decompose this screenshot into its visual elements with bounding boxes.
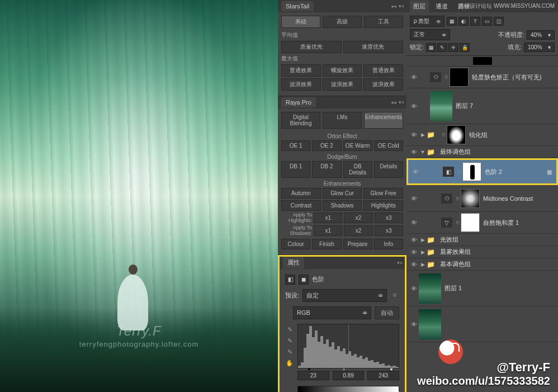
finish-button[interactable]: Finish bbox=[312, 239, 341, 249]
black-input[interactable]: 23 bbox=[297, 371, 329, 380]
sh-x1[interactable]: x1 bbox=[314, 225, 342, 236]
oe1-button[interactable]: OE 1 bbox=[281, 140, 310, 151]
max-btn-4[interactable]: 波浪效果 bbox=[281, 78, 321, 91]
filter-shape-icon[interactable]: ▭ bbox=[482, 17, 492, 26]
layer-basic-color-group[interactable]: 👁 ▶ 📁 基本调色组 bbox=[406, 258, 558, 271]
glowcur-button[interactable]: Glow Cur bbox=[323, 188, 362, 199]
colour-button[interactable]: Colour bbox=[281, 239, 310, 249]
preset-select[interactable]: 自定≑ bbox=[302, 289, 387, 302]
filter-adj-icon[interactable]: ◐ bbox=[458, 17, 469, 26]
db2-button[interactable]: DB 2 bbox=[312, 161, 341, 178]
tab-basic[interactable]: 基础 bbox=[281, 16, 320, 28]
collapse-icon[interactable]: ◂◂ bbox=[391, 3, 396, 9]
speed-first-button[interactable]: 速度优先 bbox=[343, 41, 404, 53]
layer-mist-group[interactable]: 👁 ▶ 📁 晨雾效果组 bbox=[406, 246, 558, 258]
lock-trans-icon[interactable]: ▦ bbox=[426, 43, 436, 52]
visibility-toggle[interactable]: 👁 bbox=[409, 261, 419, 268]
menu-icon[interactable]: ▾≡ bbox=[397, 260, 403, 266]
visibility-toggle[interactable]: 👁 bbox=[409, 249, 419, 256]
gamma-input[interactable]: 0.89 bbox=[333, 371, 365, 380]
menu-icon[interactable]: ▾≡ bbox=[399, 100, 404, 105]
tab-blending[interactable]: Digital Blending bbox=[281, 112, 320, 129]
tab-channels[interactable]: 通道 bbox=[432, 1, 451, 12]
lock-pixels-icon[interactable]: ✎ bbox=[437, 43, 447, 52]
max-btn-1[interactable]: 普通效果 bbox=[281, 64, 321, 77]
gray-eyedropper-icon[interactable]: ✎ bbox=[285, 337, 294, 345]
prepare-button[interactable]: Prepare bbox=[343, 239, 372, 249]
max-btn-6[interactable]: 波浪效果 bbox=[363, 78, 403, 91]
visibility-toggle[interactable]: 👁 bbox=[409, 219, 419, 226]
layer-1[interactable]: 👁 图层 1 bbox=[406, 271, 558, 306]
auto-button[interactable]: 自动 bbox=[375, 306, 399, 319]
oecold-button[interactable]: OE Cold bbox=[374, 140, 403, 151]
layer-sharpen-group[interactable]: 👁 ▶ 📁 ⎘ 锐化组 bbox=[406, 124, 558, 146]
layer-mask[interactable] bbox=[450, 68, 469, 87]
visibility-toggle[interactable]: 👁 bbox=[409, 285, 419, 292]
layer-bottom[interactable]: 👁 bbox=[406, 306, 558, 342]
oewarm-button[interactable]: OE Warm bbox=[343, 140, 372, 151]
layer-vibrance-1[interactable]: 👁 ▽ ⎘ 自然饱和度 1 bbox=[406, 212, 558, 234]
filter-smart-icon[interactable]: ◫ bbox=[494, 17, 504, 26]
opacity-input[interactable]: 40%▾ bbox=[527, 30, 555, 40]
visibility-toggle[interactable]: 👁 bbox=[409, 195, 419, 202]
oe2-button[interactable]: OE 2 bbox=[312, 140, 341, 151]
lock-all-icon[interactable]: 🔒 bbox=[460, 43, 470, 52]
shadows-button[interactable]: Shadows bbox=[323, 200, 362, 211]
black-eyedropper-icon[interactable]: ✎ bbox=[285, 326, 294, 334]
layer-skin-correction[interactable]: 👁 ⦵ ⎘ 轻度肤色矫正（可有可无) bbox=[406, 67, 558, 88]
expand-icon[interactable]: ▶ bbox=[419, 237, 427, 243]
max-btn-2[interactable]: 螺旋效果 bbox=[323, 64, 362, 77]
layer-levels-2[interactable]: 👁 ◧ ⎘ 色阶 2 ▦ bbox=[406, 158, 558, 185]
visibility-toggle[interactable]: 👁 bbox=[409, 131, 419, 138]
dbdetails-button[interactable]: DB Details bbox=[343, 161, 372, 178]
tab-lms[interactable]: LMs bbox=[323, 112, 362, 129]
highlights-button[interactable]: Highlights bbox=[363, 200, 403, 211]
details-button[interactable]: Details bbox=[374, 161, 403, 178]
white-eyedropper-icon[interactable]: ✎ bbox=[285, 348, 294, 356]
lock-pos-icon[interactable]: ✛ bbox=[448, 43, 458, 52]
visibility-toggle[interactable]: 👁 bbox=[409, 103, 419, 110]
blend-mode-select[interactable]: 正常≑ bbox=[410, 29, 450, 40]
layer-mask[interactable] bbox=[461, 213, 480, 232]
visibility-toggle[interactable]: 👁 bbox=[409, 149, 419, 155]
layer-thumbnail[interactable] bbox=[419, 273, 441, 304]
visibility-toggle[interactable]: 👁 bbox=[409, 321, 419, 328]
expand-icon[interactable]: ▶ bbox=[419, 132, 427, 138]
visibility-toggle[interactable]: 👁 bbox=[409, 74, 419, 81]
layer-mask[interactable] bbox=[461, 189, 480, 208]
layer-midtones-contrast[interactable]: 👁 ⦵ ⎘ Midtones Contrast bbox=[406, 185, 558, 212]
max-btn-3[interactable]: 普通效果 bbox=[363, 64, 403, 77]
filter-kind-select[interactable]: ρ 类型≑ bbox=[410, 16, 444, 27]
hi-x2[interactable]: x2 bbox=[344, 212, 372, 223]
collapse-icon[interactable]: ▼ bbox=[419, 149, 427, 155]
expand-icon[interactable]: ▶ bbox=[419, 262, 427, 267]
filter-text-icon[interactable]: T bbox=[470, 17, 480, 26]
sh-x2[interactable]: x2 bbox=[344, 225, 372, 236]
layer-mask[interactable] bbox=[447, 125, 466, 144]
layer-7[interactable]: 👁 图层 7 bbox=[406, 88, 558, 124]
info-button[interactable]: Info bbox=[374, 239, 403, 249]
tab-advanced[interactable]: 高级 bbox=[323, 16, 362, 28]
visibility-toggle[interactable]: 👁 bbox=[410, 168, 420, 175]
sample-icon[interactable]: ✋ bbox=[285, 360, 294, 367]
channel-select[interactable]: RGB≑ bbox=[293, 306, 371, 319]
preset-menu-icon[interactable]: ≡ bbox=[390, 291, 399, 299]
layer-thumbnail[interactable] bbox=[430, 91, 452, 121]
autumn-button[interactable]: Autumn bbox=[281, 188, 321, 199]
layer-final-color-group[interactable]: 👁 ▼ 📁 最终调色组 bbox=[406, 146, 558, 158]
expand-icon[interactable]: ▶ bbox=[419, 249, 427, 255]
tab-tools[interactable]: 工具 bbox=[364, 16, 403, 28]
layer-light-group[interactable]: 👁 ▶ 📁 光效组 bbox=[406, 234, 558, 246]
max-btn-5[interactable]: 波浪效果 bbox=[323, 78, 362, 91]
contrast-button[interactable]: Contrast bbox=[281, 200, 321, 211]
hi-x1[interactable]: x1 bbox=[314, 212, 342, 223]
menu-icon[interactable]: ▾≡ bbox=[399, 3, 404, 9]
fill-input[interactable]: 100%▾ bbox=[524, 42, 555, 52]
sh-x3[interactable]: x3 bbox=[375, 225, 403, 236]
layer-mask[interactable] bbox=[462, 162, 481, 181]
white-input[interactable]: 243 bbox=[367, 371, 399, 380]
layer-bg-thumb[interactable] bbox=[406, 56, 558, 67]
layer-thumbnail[interactable] bbox=[419, 309, 441, 339]
filter-pixel-icon[interactable]: ▦ bbox=[447, 17, 457, 26]
tab-layers[interactable]: 图层 bbox=[410, 1, 429, 12]
